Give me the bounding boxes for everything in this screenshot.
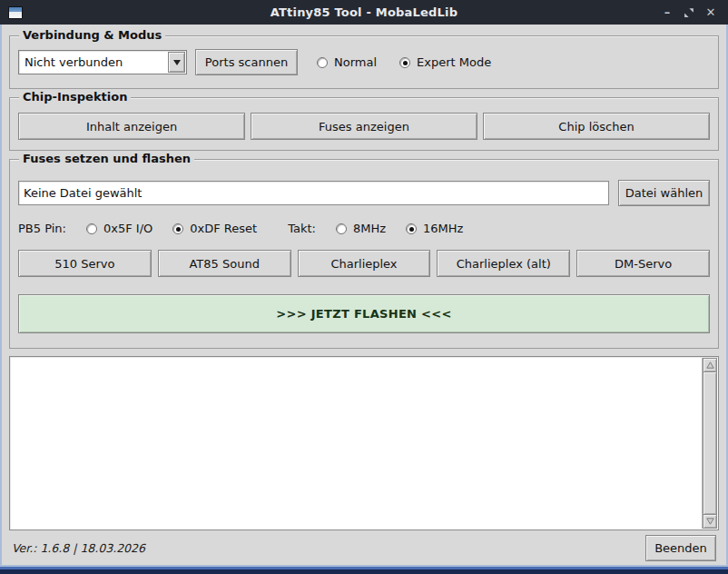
group-connection: Verbindung & Modus Nicht verbunden Ports… (9, 35, 719, 89)
scrollbar-thumb[interactable] (703, 372, 717, 514)
titlebar[interactable]: ATtiny85 Tool - MobaLedLib – ✕ (0, 0, 728, 25)
window-title: ATtiny85 Tool - MobaLedLib (0, 5, 728, 19)
log-scrollbar[interactable] (702, 358, 717, 529)
port-select-arrow-button[interactable] (168, 52, 185, 73)
choose-file-button[interactable]: Datei wählen (618, 180, 710, 206)
radio-pb5-io-label: 0x5F I/O (103, 222, 152, 235)
show-content-button[interactable]: Inhalt anzeigen (18, 113, 245, 140)
preset-buttons-row: 510 Servo AT85 Sound Charlieplex Charlie… (18, 250, 710, 277)
radio-pb5-io-indicator (86, 223, 97, 234)
fuse-options-row: PB5 Pin: 0x5F I/O 0xDF Reset Takt: 8MHz … (18, 222, 710, 235)
group-inspection-legend: Chip-Inspektion (19, 90, 131, 104)
takt-label: Takt: (288, 222, 316, 235)
scroll-up-icon (706, 361, 714, 369)
maximize-icon (684, 7, 694, 18)
radio-pb5-reset[interactable]: 0xDF Reset (172, 222, 257, 235)
chevron-down-icon (173, 60, 181, 65)
footer: Ver.: 1.6.8 | 18.03.2026 Beenden (9, 530, 719, 565)
radio-expert-mode-indicator (399, 57, 410, 68)
window-body: Verbindung & Modus Nicht verbunden Ports… (0, 25, 728, 565)
radio-expert-mode-label: Expert Mode (417, 55, 491, 69)
flash-now-button[interactable]: >>> JETZT FLASHEN <<< (18, 294, 710, 333)
file-path-field[interactable]: Keine Datei gewählt (18, 181, 609, 205)
window-controls: – ✕ (659, 5, 728, 21)
minimize-button[interactable]: – (659, 5, 675, 21)
radio-pb5-reset-label: 0xDF Reset (190, 222, 257, 235)
preset-charlieplex-alt-button[interactable]: Charlieplex (alt) (437, 250, 570, 277)
radio-normal[interactable]: Normal (317, 55, 377, 69)
close-button[interactable]: ✕ (703, 5, 719, 21)
preset-dm-servo-button[interactable]: DM-Servo (576, 250, 710, 277)
version-label: Ver.: 1.6.8 | 18.03.2026 (12, 541, 145, 555)
preset-510-servo-button[interactable]: 510 Servo (18, 250, 152, 277)
show-fuses-button[interactable]: Fuses anzeigen (251, 113, 477, 140)
port-select[interactable]: Nicht verbunden (18, 50, 187, 74)
inspection-buttons-row: Inhalt anzeigen Fuses anzeigen Chip lösc… (18, 113, 710, 140)
radio-normal-label: Normal (334, 55, 377, 69)
radio-pb5-io[interactable]: 0x5F I/O (86, 222, 152, 235)
radio-expert-mode[interactable]: Expert Mode (399, 55, 491, 69)
radio-8mhz-label: 8MHz (353, 222, 386, 235)
radio-8mhz[interactable]: 8MHz (336, 222, 386, 235)
log-area-wrap (9, 356, 719, 530)
radio-pb5-reset-indicator (172, 223, 183, 234)
group-inspection: Chip-Inspektion Inhalt anzeigen Fuses an… (9, 97, 719, 151)
scrollbar-up-button[interactable] (703, 358, 717, 372)
group-connection-legend: Verbindung & Modus (19, 28, 165, 42)
group-flash-legend: Fuses setzen und flashen (19, 152, 194, 165)
scan-ports-button[interactable]: Ports scannen (195, 49, 298, 75)
radio-8mhz-indicator (336, 223, 347, 234)
maximize-button[interactable] (681, 5, 697, 21)
mode-radio-group: Normal Expert Mode (317, 55, 491, 69)
radio-16mhz[interactable]: 16MHz (406, 222, 463, 235)
app-window: ATtiny85 Tool - MobaLedLib – ✕ Verbindun… (0, 0, 728, 574)
log-output[interactable] (9, 356, 719, 530)
scroll-down-icon (706, 518, 714, 525)
radio-16mhz-label: 16MHz (423, 222, 463, 235)
radio-normal-indicator (317, 57, 328, 68)
pb5-pin-label: PB5 Pin: (18, 222, 66, 235)
erase-chip-button[interactable]: Chip löschen (483, 113, 710, 140)
preset-charlieplex-button[interactable]: Charlieplex (298, 250, 431, 277)
scrollbar-down-button[interactable] (703, 514, 717, 529)
radio-16mhz-indicator (406, 223, 417, 234)
taskbar (0, 569, 728, 574)
port-select-value: Nicht verbunden (19, 55, 168, 69)
window-icon (8, 6, 23, 19)
file-row: Keine Datei gewählt Datei wählen (18, 180, 710, 206)
preset-at85-sound-button[interactable]: AT85 Sound (158, 250, 291, 277)
group-flash: Fuses setzen und flashen Keine Datei gew… (9, 159, 719, 349)
quit-button[interactable]: Beenden (645, 535, 716, 561)
